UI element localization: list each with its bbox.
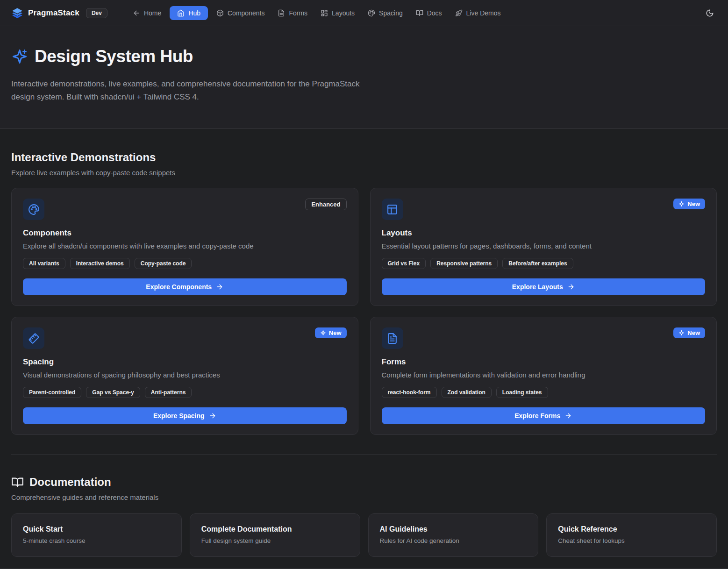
explore-layouts-button[interactable]: Explore Layouts xyxy=(382,278,706,295)
nav-label: Components xyxy=(228,9,264,17)
dev-badge: Dev xyxy=(86,8,107,18)
tag-row: Parent-controlled Gap vs Space-y Anti-pa… xyxy=(23,387,347,398)
doc-card-complete-documentation[interactable]: Complete Documentation Full design syste… xyxy=(190,513,360,557)
doc-card-grid: Quick Start 5-minute crash course Comple… xyxy=(11,513,717,557)
nav-item-hub[interactable]: Hub xyxy=(170,6,208,20)
brand-name: PragmaStack xyxy=(28,8,79,18)
tag: Zod validation xyxy=(442,387,492,398)
tag-row: Grid vs Flex Responsive patterns Before/… xyxy=(382,258,706,269)
book-open-icon xyxy=(11,476,24,489)
tag: Before/after examples xyxy=(502,258,573,269)
file-text-icon xyxy=(278,9,285,17)
sparkles-icon xyxy=(678,201,685,207)
tag: Grid vs Flex xyxy=(382,258,426,269)
hero-section: Design System Hub Interactive demonstrat… xyxy=(0,26,728,128)
docs-heading-label: Documentation xyxy=(29,476,111,489)
doc-card-quick-reference[interactable]: Quick Reference Cheat sheet for lookups xyxy=(546,513,717,557)
demo-card-components: Enhanced Components Explore all shadcn/u… xyxy=(11,188,358,306)
docs-section-subtitle: Comprehensive guides and reference mater… xyxy=(11,493,717,501)
new-badge: New xyxy=(315,327,347,338)
sparkles-icon xyxy=(678,330,685,336)
nav-label: Spacing xyxy=(379,9,403,17)
doc-card-title: Quick Reference xyxy=(558,525,705,533)
doc-card-description: Full design system guide xyxy=(201,537,349,544)
layout-dashboard-icon xyxy=(321,9,328,17)
nav-item-forms[interactable]: Forms xyxy=(273,6,312,20)
brand: PragmaStack Dev xyxy=(11,7,107,19)
nav-item-live-demos[interactable]: Live Demos xyxy=(450,6,506,20)
tag: Responsive patterns xyxy=(430,258,498,269)
theme-toggle-button[interactable] xyxy=(703,6,717,20)
card-title: Layouts xyxy=(382,228,706,238)
doc-card-title: Complete Documentation xyxy=(201,525,349,533)
page-title: Design System Hub xyxy=(35,47,193,66)
explore-components-button[interactable]: Explore Components xyxy=(23,278,347,295)
doc-card-quick-start[interactable]: Quick Start 5-minute crash course xyxy=(11,513,182,557)
docs-section-title: Documentation xyxy=(11,476,717,489)
tag: Copy-paste code xyxy=(135,258,192,269)
nav-label: Home xyxy=(144,9,161,17)
badge-label: New xyxy=(687,200,700,207)
card-description: Complete form implementations with valid… xyxy=(382,371,706,379)
nav-label: Docs xyxy=(427,9,442,17)
tag: Loading states xyxy=(496,387,548,398)
badge-label: New xyxy=(687,329,700,336)
main-nav: Home Hub Components Forms Layouts xyxy=(128,6,703,20)
nav-item-spacing[interactable]: Spacing xyxy=(363,6,407,20)
moon-icon xyxy=(706,9,714,17)
card-title: Components xyxy=(23,228,347,238)
explore-spacing-button[interactable]: Explore Spacing xyxy=(23,407,347,424)
nav-item-docs[interactable]: Docs xyxy=(411,6,447,20)
doc-card-description: Rules for AI code generation xyxy=(380,537,527,544)
nav-label: Live Demos xyxy=(466,9,501,17)
rocket-icon xyxy=(455,9,463,17)
main-content: Interactive Demonstrations Explore live … xyxy=(0,151,728,557)
file-text-icon xyxy=(382,327,403,349)
home-icon xyxy=(177,9,185,17)
arrow-right-icon xyxy=(567,283,575,291)
arrow-right-icon xyxy=(209,412,216,420)
button-label: Explore Components xyxy=(146,283,212,291)
enhanced-badge: Enhanced xyxy=(305,199,346,210)
tag-row: react-hook-form Zod validation Loading s… xyxy=(382,387,706,398)
top-navigation-bar: PragmaStack Dev Home Hub Components Fo xyxy=(0,0,728,26)
arrow-right-icon xyxy=(216,283,223,291)
card-description: Visual demonstrations of spacing philoso… xyxy=(23,371,347,379)
layout-template-icon xyxy=(382,199,403,220)
doc-card-title: AI Guidelines xyxy=(380,525,527,533)
nav-item-layouts[interactable]: Layouts xyxy=(316,6,359,20)
ruler-icon xyxy=(23,327,44,349)
demo-card-layouts: New Layouts Essential layout patterns fo… xyxy=(370,188,717,306)
doc-card-ai-guidelines[interactable]: AI Guidelines Rules for AI code generati… xyxy=(368,513,539,557)
button-label: Explore Forms xyxy=(514,412,560,420)
button-label: Explore Spacing xyxy=(153,412,205,420)
card-description: Essential layout patterns for pages, das… xyxy=(382,242,706,250)
palette-icon xyxy=(23,199,44,220)
tag: Interactive demos xyxy=(70,258,130,269)
nav-item-components[interactable]: Components xyxy=(212,6,269,20)
doc-card-description: Cheat sheet for lookups xyxy=(558,537,705,544)
arrow-left-icon xyxy=(133,9,140,17)
nav-item-home[interactable]: Home xyxy=(128,6,166,20)
tag-row: All variants Interactive demos Copy-past… xyxy=(23,258,347,269)
nav-label: Forms xyxy=(289,9,307,17)
page-subtitle: Interactive demonstrations, live example… xyxy=(11,78,366,104)
palette-icon xyxy=(368,9,375,17)
tag: react-hook-form xyxy=(382,387,437,398)
explore-forms-button[interactable]: Explore Forms xyxy=(382,407,706,424)
sparkles-icon xyxy=(320,330,326,336)
tag: Anti-patterns xyxy=(145,387,192,398)
badge-label: New xyxy=(329,329,342,336)
demo-card-grid: Enhanced Components Explore all shadcn/u… xyxy=(11,188,717,435)
tag: All variants xyxy=(23,258,65,269)
tag: Gap vs Space-y xyxy=(86,387,140,398)
demos-section-title: Interactive Demonstrations xyxy=(11,151,717,164)
button-label: Explore Layouts xyxy=(512,283,563,291)
demo-card-spacing: New Spacing Visual demonstrations of spa… xyxy=(11,317,358,435)
card-title: Spacing xyxy=(23,357,347,367)
nav-label: Hub xyxy=(188,9,200,17)
book-open-icon xyxy=(416,9,423,17)
new-badge: New xyxy=(673,199,705,209)
package-icon xyxy=(216,9,224,17)
arrow-right-icon xyxy=(564,412,572,420)
